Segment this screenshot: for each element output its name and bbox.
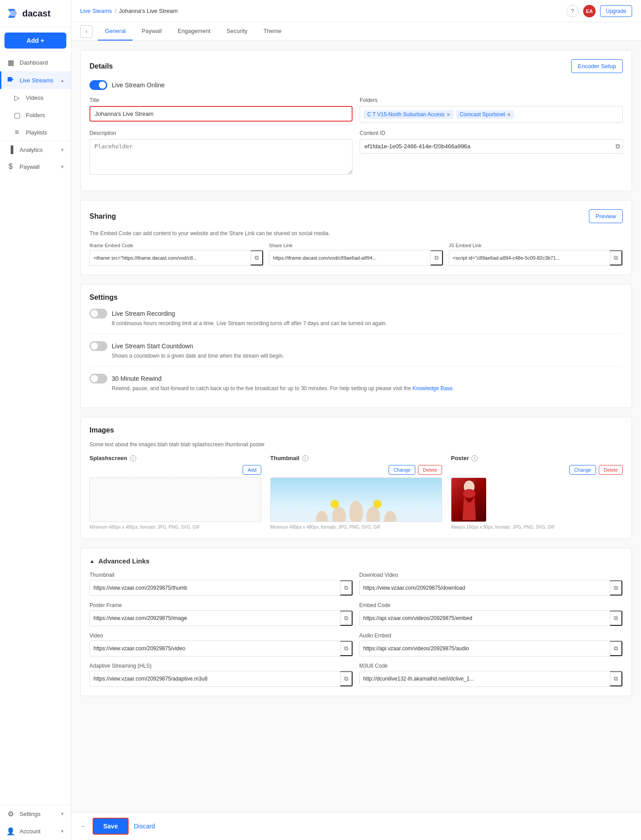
tab-security[interactable]: Security bbox=[219, 22, 255, 41]
thumbnail-specs: Minimum 480px x 480px, formats: JPG, PNG… bbox=[270, 525, 442, 530]
thumbnail-info-icon[interactable]: i bbox=[302, 455, 308, 461]
images-section: Images Some text about the images blah b… bbox=[80, 417, 632, 539]
thumbnail-change-button[interactable]: Change bbox=[389, 465, 416, 475]
sidebar-item-account[interactable]: 👤 Account ▼ bbox=[0, 823, 71, 840]
audio-embed-adv-label: Audio Embed bbox=[359, 632, 623, 639]
sidebar-item-settings[interactable]: ⚙ Settings ▼ bbox=[0, 805, 71, 823]
live-stream-online-row: Live Stream Online bbox=[89, 80, 623, 90]
logo-area: dacast bbox=[0, 0, 71, 27]
rewind-toggle[interactable] bbox=[89, 374, 107, 383]
live-stream-online-toggle[interactable] bbox=[89, 80, 107, 90]
description-textarea[interactable] bbox=[89, 139, 353, 175]
poster-change-button[interactable]: Change bbox=[569, 465, 596, 475]
tab-engagement[interactable]: Engagement bbox=[170, 22, 218, 41]
save-button[interactable]: Save bbox=[93, 818, 129, 835]
video-adv-row: https://view.vzaar.com/20929875/video ⧉ bbox=[89, 640, 353, 657]
sidebar-item-videos[interactable]: ▷ Videos bbox=[0, 89, 71, 106]
images-description: Some text about the images blah blah bla… bbox=[89, 441, 623, 448]
folder-tag-remove[interactable]: ✕ bbox=[507, 112, 511, 117]
audio-embed-adv-copy-button[interactable]: ⧉ bbox=[610, 641, 622, 656]
content-id-group: Content ID ⧉ bbox=[360, 130, 623, 175]
upgrade-button[interactable]: Upgrade bbox=[600, 5, 632, 17]
share-link-copy-button[interactable]: ⧉ bbox=[430, 250, 443, 265]
encoder-setup-button[interactable]: Encoder Setup bbox=[571, 59, 623, 73]
m3u8-adv-group: M3U8 Code http://dcunilive132-lh.akamaih… bbox=[359, 663, 623, 687]
poster-delete-button[interactable]: Delete bbox=[599, 465, 623, 475]
video-adv-copy-button[interactable]: ⧉ bbox=[340, 641, 353, 656]
poster-info-icon[interactable]: i bbox=[471, 455, 478, 461]
sidebar-item-folders[interactable]: ▢ Folders bbox=[0, 106, 71, 124]
sidebar-item-live-streams[interactable]: Live Streams ▲ bbox=[0, 71, 71, 89]
content-id-input[interactable] bbox=[360, 139, 623, 154]
recording-toggle[interactable] bbox=[89, 309, 107, 318]
back-arrow-icon: ← bbox=[80, 822, 87, 830]
thumbnail-delete-button[interactable]: Delete bbox=[418, 465, 442, 475]
video-adv-value: https://view.vzaar.com/20929875/video bbox=[90, 642, 340, 655]
countdown-toggle[interactable] bbox=[89, 341, 107, 351]
folders-group: Folders C T V15-North Suburban Access ✕ … bbox=[360, 97, 623, 123]
title-input[interactable] bbox=[89, 106, 353, 122]
breadcrumb-live-steams-link[interactable]: Live Steams bbox=[80, 8, 112, 14]
sidebar-item-analytics[interactable]: ▐ Analytics ▼ bbox=[0, 141, 71, 158]
embed-code-adv-group: Embed Code https://api.vzaar.com/videos/… bbox=[359, 602, 623, 626]
countdown-toggle-row: Live Stream Start Countdown bbox=[89, 341, 623, 351]
download-adv-group: Download Video https://view.vzaar.com/20… bbox=[359, 572, 623, 596]
poster-frame-adv-group: Poster Frame https://view.vzaar.com/2092… bbox=[89, 602, 353, 626]
embed-code-adv-label: Embed Code bbox=[359, 602, 623, 608]
folders-container[interactable]: C T V15-North Suburban Access ✕ Comcast … bbox=[360, 106, 623, 123]
tab-paywall[interactable]: Paywall bbox=[134, 22, 169, 41]
poster-actions: Change Delete bbox=[451, 465, 623, 475]
chevron-down-icon: ▼ bbox=[60, 829, 65, 834]
sidebar-item-label: Settings bbox=[20, 811, 56, 817]
sidebar-item-paywall[interactable]: $ Paywall ▼ bbox=[0, 158, 71, 175]
thumbnail-adv-copy-button[interactable]: ⧉ bbox=[340, 580, 353, 595]
rewind-label: 30 Minute Rewind bbox=[112, 375, 162, 382]
content-area: Details Encoder Setup Live Stream Online… bbox=[71, 41, 641, 812]
iframe-value: <iframe src="https://iframe.dacast.com/v… bbox=[90, 252, 251, 264]
help-button[interactable]: ? bbox=[566, 5, 579, 17]
settings-icon: ⚙ bbox=[6, 810, 15, 818]
details-title: Details bbox=[89, 62, 113, 70]
m3u8-adv-row: http://dcunilive132-lh.akamaihd.net/i/dc… bbox=[359, 671, 623, 687]
tab-general[interactable]: General bbox=[98, 22, 133, 41]
poster-frame-adv-copy-button[interactable]: ⧉ bbox=[340, 611, 353, 626]
iframe-copy-button[interactable]: ⧉ bbox=[251, 250, 263, 265]
sidebar-item-label: Dashboard bbox=[20, 59, 65, 66]
sidebar-item-playlists[interactable]: ≡ Playlists bbox=[0, 124, 71, 141]
sidebar-item-dashboard[interactable]: ▦ Dashboard bbox=[0, 54, 71, 71]
svg-point-10 bbox=[330, 500, 339, 508]
splashscreen-add-button[interactable]: Add bbox=[243, 465, 261, 475]
embed-code-adv-copy-button[interactable]: ⧉ bbox=[610, 611, 622, 626]
discard-button[interactable]: Discard bbox=[134, 823, 155, 830]
adaptive-adv-copy-button[interactable]: ⧉ bbox=[340, 671, 353, 686]
sharing-section: Sharing Preview The Embed Code can add c… bbox=[80, 200, 632, 275]
add-button[interactable]: Add + bbox=[4, 33, 66, 49]
share-link-label: Share Link bbox=[269, 243, 443, 248]
folder-tag-remove[interactable]: ✕ bbox=[446, 112, 450, 117]
js-embed-field: JS Embed Link <script id="c89ae6ad-a894-… bbox=[449, 243, 623, 266]
advanced-links-grid: Thumbnail https://view.vzaar.com/2092987… bbox=[89, 572, 623, 687]
breadcrumb-separator: / bbox=[115, 8, 117, 14]
sidebar-item-label: Account bbox=[20, 828, 56, 835]
advanced-links-section: ▲ Advanced Links Thumbnail https://view.… bbox=[80, 548, 632, 696]
account-icon: 👤 bbox=[6, 827, 15, 836]
back-button[interactable]: ‹ bbox=[80, 25, 93, 38]
iframe-label: Iframe Embed Code bbox=[89, 243, 264, 248]
adaptive-adv-row: https://view.vzaar.com/20929875/adaptive… bbox=[89, 671, 353, 687]
tab-theme[interactable]: Theme bbox=[256, 22, 288, 41]
video-adv-group: Video https://view.vzaar.com/20929875/vi… bbox=[89, 632, 353, 657]
recording-label: Live Stream Recording bbox=[112, 310, 175, 317]
content-id-field: ⧉ bbox=[360, 139, 623, 154]
user-avatar: EA bbox=[583, 5, 596, 17]
advanced-links-title[interactable]: ▲ Advanced Links bbox=[89, 557, 623, 565]
download-adv-copy-button[interactable]: ⧉ bbox=[610, 580, 622, 595]
splashscreen-label: Splashscreen bbox=[89, 455, 127, 461]
knowledge-base-link[interactable]: Knowledge Base bbox=[413, 385, 453, 391]
js-embed-copy-button[interactable]: ⧉ bbox=[610, 250, 622, 265]
preview-button[interactable]: Preview bbox=[589, 209, 623, 223]
m3u8-adv-copy-button[interactable]: ⧉ bbox=[610, 671, 622, 686]
images-title: Images bbox=[89, 426, 114, 434]
sharing-header: Sharing Preview bbox=[89, 209, 623, 223]
splashscreen-info-icon[interactable]: i bbox=[130, 455, 136, 461]
content-id-copy-button[interactable]: ⧉ bbox=[616, 143, 620, 150]
